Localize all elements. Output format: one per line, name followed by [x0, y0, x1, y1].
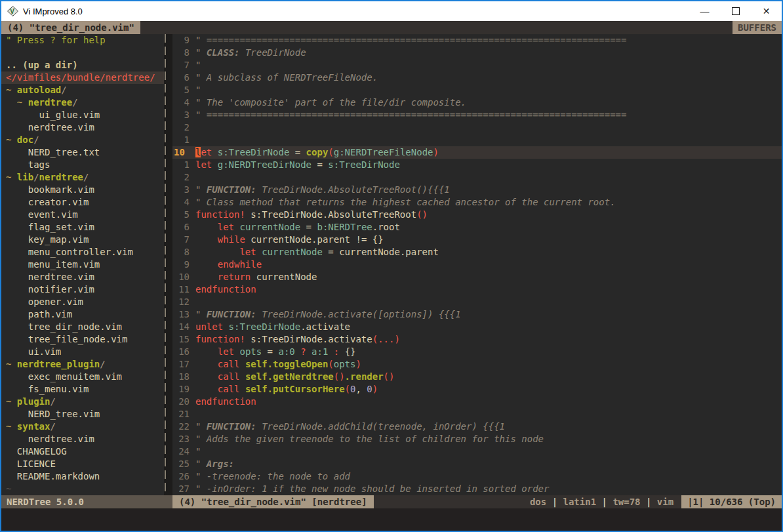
line-number: 8: [172, 47, 190, 59]
code-line[interactable]: 25" Args:: [172, 458, 782, 470]
tree-item[interactable]: CHANGELOG: [1, 445, 164, 458]
command-line[interactable]: [1, 508, 782, 531]
code-line[interactable]: 22" FUNCTION: TreeDirNode.addChild(treen…: [172, 420, 782, 433]
close-button[interactable]: ✕: [751, 1, 782, 21]
tree-item[interactable]: NERD_tree.vim: [1, 408, 164, 420]
tree-item[interactable]: tags: [1, 159, 164, 171]
code-line[interactable]: 11endfunction: [172, 283, 782, 296]
tree-item[interactable]: ~ nerdtree_plugin/: [1, 358, 164, 371]
tree-item[interactable]: opener.vim: [1, 296, 164, 308]
tree-item[interactable]: .. (up a dir): [1, 59, 164, 72]
code-line[interactable]: 4" The 'composite' part of the file/dir …: [172, 96, 782, 109]
tree-item[interactable]: path.vim: [1, 308, 164, 321]
line-number: 5: [172, 209, 190, 221]
code-line[interactable]: 19 call self.putCursorHere(0, 0): [172, 383, 782, 396]
code-line[interactable]: 13" FUNCTION: TreeDirNode.activate([opti…: [172, 308, 782, 321]
line-number: 25: [172, 458, 190, 470]
code-line[interactable]: 15function! s:TreeDirNode.activate(...): [172, 333, 782, 346]
tree-item[interactable]: exec_menuitem.vim: [1, 371, 164, 383]
tree-item[interactable]: tree_dir_node.vim: [1, 321, 164, 333]
tree-item[interactable]: key_map.vim: [1, 234, 164, 246]
tree-item[interactable]: menu_item.vim: [1, 258, 164, 271]
code-line[interactable]: 9" =====================================…: [172, 34, 782, 47]
tree-item[interactable]: NERD_tree.txt: [1, 146, 164, 159]
line-number: 13: [172, 308, 190, 321]
code-line[interactable]: 16 let opts = a:0 ? a:1 : {}: [172, 346, 782, 358]
code-line[interactable]: 4" Class method that returns the highest…: [172, 196, 782, 209]
code-line[interactable]: 6" A subclass of NERDTreeFileNode.: [172, 72, 782, 84]
line-number: 1: [172, 134, 190, 146]
code-line[interactable]: 2: [172, 171, 782, 184]
code-line[interactable]: 26" -treenode: the node to add: [172, 470, 782, 483]
code-line[interactable]: 3" FUNCTION: TreeDirNode.AbsoluteTreeRoo…: [172, 184, 782, 196]
tree-item[interactable]: bookmark.vim: [1, 184, 164, 196]
code-line[interactable]: 23" Adds the given treenode to the list …: [172, 433, 782, 445]
code-line[interactable]: 2: [172, 121, 782, 134]
code-line[interactable]: 8 let currentNode = currentNode.parent: [172, 246, 782, 258]
tree-item[interactable]: flag_set.vim: [1, 221, 164, 234]
editor-buffer[interactable]: 9" =====================================…: [172, 34, 782, 495]
tree-item[interactable]: LICENCE: [1, 458, 164, 470]
tree-item[interactable]: ~ plugin/: [1, 396, 164, 408]
tree-item[interactable]: nerdtree.vim: [1, 121, 164, 134]
title-bar: V Vi IMproved 8.0 — ✕: [1, 1, 782, 21]
code-line[interactable]: 20endfunction: [172, 396, 782, 408]
line-number: 5: [172, 84, 190, 96]
code-line[interactable]: 1: [172, 134, 782, 146]
window-title: Vi IMproved 8.0: [23, 7, 83, 16]
line-number: 7: [172, 59, 190, 72]
window-split-separator[interactable]: [164, 34, 172, 495]
code-line[interactable]: 7": [172, 59, 782, 72]
tree-item[interactable]: ~ autoload/: [1, 84, 164, 96]
tree-item[interactable]: menu_controller.vim: [1, 246, 164, 258]
tree-item[interactable]: notifier.vim: [1, 283, 164, 296]
statusline-position: |1| 10/636 (Top): [681, 495, 782, 508]
code-line[interactable]: 1let g:NERDTreeDirNode = s:TreeDirNode: [172, 159, 782, 171]
tree-item[interactable]: ui_glue.vim: [1, 109, 164, 121]
tree-item[interactable]: ~ syntax/: [1, 420, 164, 433]
tree-item[interactable]: nerdtree.vim: [1, 271, 164, 283]
line-number: 19: [172, 383, 190, 396]
line-number: 17: [172, 358, 190, 371]
tree-item[interactable]: creator.vim: [1, 196, 164, 209]
tree-item[interactable]: ui.vim: [1, 346, 164, 358]
nerdtree-panel[interactable]: " Press ? for help.. (up a dir)</vimfile…: [1, 34, 164, 495]
tree-item[interactable]: </vimfiles/bundle/nerdtree/: [1, 72, 164, 84]
code-line[interactable]: 5function! s:TreeDirNode.AbsoluteTreeRoo…: [172, 209, 782, 221]
code-line[interactable]: 18 call self.getNerdtree().render(): [172, 371, 782, 383]
statusline-file-info: (4) "tree_dir_node.vim" [nerdtree]: [172, 495, 374, 508]
maximize-button[interactable]: [720, 1, 751, 21]
split-dash-line: [165, 34, 166, 495]
line-number: 3: [172, 184, 190, 196]
code-line[interactable]: 17 call self.toggleOpen(opts): [172, 358, 782, 371]
line-number: 2: [172, 121, 190, 134]
tree-item[interactable]: ~ doc/: [1, 134, 164, 146]
line-number: 22: [172, 420, 190, 433]
code-line[interactable]: 21: [172, 408, 782, 420]
tree-item[interactable]: nerdtree.vim: [1, 433, 164, 445]
tree-item[interactable]: tree_file_node.vim: [1, 333, 164, 346]
minimize-button[interactable]: —: [689, 1, 720, 21]
code-line[interactable]: 10let s:TreeDirNode = copy(g:NERDTreeFil…: [172, 146, 782, 159]
line-number: 6: [172, 221, 190, 234]
code-line[interactable]: 3" =====================================…: [172, 109, 782, 121]
code-line[interactable]: 27" -inOrder: 1 if the new node should b…: [172, 483, 782, 495]
code-line[interactable]: 7 while currentNode.parent != {}: [172, 234, 782, 246]
code-line[interactable]: 5": [172, 84, 782, 96]
tab-tree-dir-node[interactable]: (4) "tree_dir_node.vim": [1, 21, 140, 34]
tree-item[interactable]: ~ lib/nerdtree/: [1, 171, 164, 184]
code-line[interactable]: 10 return currentNode: [172, 271, 782, 283]
line-number: 3: [172, 109, 190, 121]
tree-item[interactable]: event.vim: [1, 209, 164, 221]
code-line[interactable]: 12: [172, 296, 782, 308]
code-line[interactable]: 24": [172, 445, 782, 458]
tree-item[interactable]: ~ nerdtree/: [1, 96, 164, 109]
tree-item[interactable]: README.markdown: [1, 470, 164, 483]
code-line[interactable]: 8" CLASS: TreeDirNode: [172, 47, 782, 59]
code-line[interactable]: 14unlet s:TreeDirNode.activate: [172, 321, 782, 333]
line-number: 2: [172, 171, 190, 184]
line-number: 1: [172, 159, 190, 171]
code-line[interactable]: 9 endwhile: [172, 258, 782, 271]
tree-item[interactable]: fs_menu.vim: [1, 383, 164, 396]
code-line[interactable]: 6 let currentNode = b:NERDTree.root: [172, 221, 782, 234]
